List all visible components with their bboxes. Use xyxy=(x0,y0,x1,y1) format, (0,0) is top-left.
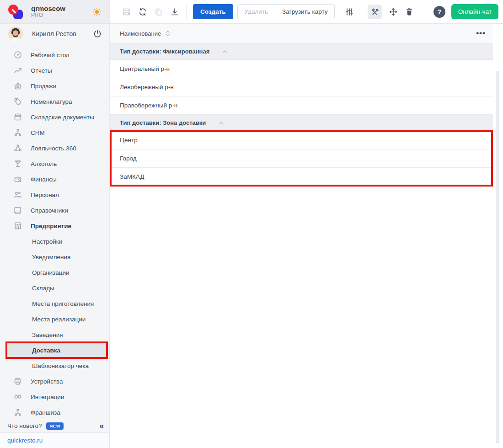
sidebar-item-nomenclature[interactable]: Номенклатура xyxy=(0,94,109,109)
group-header-fixed-delivery[interactable]: Тип доставки: Фиксированная xyxy=(110,43,493,60)
refresh-icon xyxy=(138,7,147,16)
whats-new-row: Что нового? NEW « xyxy=(0,419,109,432)
sidebar-item-crm[interactable]: CRM xyxy=(0,125,109,140)
logout-button[interactable] xyxy=(92,28,103,39)
sidebar-item-label: Номенклатура xyxy=(31,98,72,105)
sidebar-item-dashboard[interactable]: Рабочий стол xyxy=(0,47,109,63)
book-icon xyxy=(13,205,23,215)
divider xyxy=(186,5,187,19)
sidebar-item-label: Отчеты xyxy=(31,67,52,74)
column-header-name[interactable]: Наименование xyxy=(120,30,171,37)
sliders-icon xyxy=(345,7,354,16)
sidebar-item-cooking-places[interactable]: Места приготовления xyxy=(0,296,109,311)
row-label: Центральный р-н xyxy=(120,65,170,72)
sidebar-item-receipt-template[interactable]: Шаблонизатор чека xyxy=(0,358,109,373)
group-header-delivery-zone[interactable]: Тип доставки: Зона доставки xyxy=(110,115,493,131)
row-label: Левобережный р-н xyxy=(120,84,174,91)
theme-toggle-button[interactable] xyxy=(91,6,103,18)
ellipsis-icon: ••• xyxy=(476,29,486,37)
sun-icon xyxy=(92,7,102,16)
org-chart-icon xyxy=(13,128,23,138)
sidebar-item-delivery[interactable]: Доставка xyxy=(7,342,106,358)
site-link-row: quickresto.ru xyxy=(0,432,109,448)
question-mark-icon: ? xyxy=(437,8,441,16)
sidebar-item-integrations[interactable]: Интеграции xyxy=(0,389,109,405)
sidebar-item-organizations[interactable]: Организации xyxy=(0,265,109,280)
whats-new-label[interactable]: Что нового? xyxy=(7,422,42,429)
user-row: Кирилл Рестов xyxy=(0,24,109,44)
quickresto-link[interactable]: quickresto.ru xyxy=(7,437,43,444)
sidebar-item-label: Доставка xyxy=(32,347,60,354)
user-name: Кирилл Рестов xyxy=(32,30,76,37)
sidebar-item-venues[interactable]: Заведения xyxy=(0,327,109,342)
sidebar-item-franchise[interactable]: Франшиза xyxy=(0,405,109,420)
martini-icon xyxy=(13,159,23,169)
row-label: Центр xyxy=(120,137,138,144)
help-button[interactable]: ? xyxy=(433,6,445,18)
group-title: Тип доставки: Фиксированная xyxy=(120,48,209,55)
sidebar-item-notifications[interactable]: Уведомления xyxy=(0,249,109,265)
refresh-button[interactable] xyxy=(138,7,148,17)
chevron-up-icon xyxy=(218,119,225,127)
sidebar-item-label: CRM xyxy=(31,129,45,136)
tag-icon xyxy=(13,96,23,107)
franchise-icon xyxy=(13,407,23,417)
edit-mode-button[interactable] xyxy=(368,5,382,19)
save-button[interactable] xyxy=(122,7,132,17)
sidebar-item-loyalty360[interactable]: Лояльность.360 xyxy=(0,140,109,156)
table-menu-button[interactable]: ••• xyxy=(476,32,486,35)
sidebar-item-label: Складские документы xyxy=(31,114,94,121)
online-chat-button[interactable]: Онлайн-чат xyxy=(451,4,498,19)
vertical-scrollbar[interactable] xyxy=(496,71,499,443)
collapse-sidebar-button[interactable]: « xyxy=(100,422,104,430)
sidebar-item-enterprise[interactable]: Предприятие xyxy=(0,218,109,234)
row-label: Правобережный р-н xyxy=(120,102,177,109)
sidebar-item-label: Справочники xyxy=(31,207,68,214)
brand-text: qrmoscow PRO xyxy=(31,5,65,19)
sidebar-item-alcohol[interactable]: Алкоголь xyxy=(0,156,109,171)
sidebar-item-label: Места реализации xyxy=(32,316,86,323)
sidebar-item-devices[interactable]: Устройства xyxy=(0,373,109,389)
export-button[interactable] xyxy=(170,7,180,17)
table-row-city[interactable]: Город xyxy=(110,149,493,168)
sidebar-item-label: Настройки xyxy=(32,238,62,245)
sidebar-item-label: Персонал xyxy=(31,192,59,198)
sidebar-item-directories[interactable]: Справочники xyxy=(0,203,109,218)
delete-mode-button[interactable] xyxy=(404,7,414,17)
sidebar-item-label: Финансы xyxy=(31,176,57,183)
delete-button[interactable]: Удалить xyxy=(237,4,276,19)
sidebar-item-reports[interactable]: Отчеты xyxy=(0,63,109,78)
move-icon xyxy=(389,7,398,16)
create-button[interactable]: Создать xyxy=(193,4,233,19)
sidebar-item-warehouses[interactable]: Склады xyxy=(0,280,109,296)
move-mode-button[interactable] xyxy=(388,7,398,17)
topbar: Создать Удалить Загрузить карту ? Онлайн… xyxy=(110,0,503,24)
row-label: ЗаМКАД xyxy=(120,173,144,180)
table-row-left-bank[interactable]: Левобережный р-н xyxy=(110,78,493,96)
filter-settings-button[interactable] xyxy=(344,7,354,17)
sidebar-item-sale-points[interactable]: Места реализации xyxy=(0,311,109,327)
sidebar-item-stock-docs[interactable]: Складские документы xyxy=(0,109,109,125)
table-row-right-bank[interactable]: Правобережный р-н xyxy=(110,96,493,115)
load-map-button[interactable]: Загрузить карту xyxy=(275,4,335,19)
sidebar-item-settings[interactable]: Настройки xyxy=(0,234,109,249)
wallet-icon xyxy=(13,174,23,184)
sidebar-item-staff[interactable]: Персонал xyxy=(0,187,109,203)
sidebar-item-sales[interactable]: Продажи xyxy=(0,78,109,94)
sidebar-item-finance[interactable]: Финансы xyxy=(0,171,109,187)
plan-badge: PRO xyxy=(31,12,65,19)
table-row-center[interactable]: Центр xyxy=(110,131,493,149)
copy-icon xyxy=(154,7,163,16)
printer-icon xyxy=(13,376,23,386)
avatar[interactable] xyxy=(8,27,23,41)
sidebar-item-label: Места приготовления xyxy=(32,300,94,307)
table-row-central[interactable]: Центральный р-н xyxy=(110,60,493,78)
divider xyxy=(421,5,421,19)
sort-icon xyxy=(165,30,171,37)
sidebar-item-label: Предприятие xyxy=(31,223,71,229)
sidebar-item-label: Склады xyxy=(32,285,54,292)
reports-icon xyxy=(13,65,23,75)
copy-button[interactable] xyxy=(154,7,164,17)
column-header-label: Наименование xyxy=(120,30,161,37)
table-row-beyond-mkad[interactable]: ЗаМКАД xyxy=(110,168,493,186)
